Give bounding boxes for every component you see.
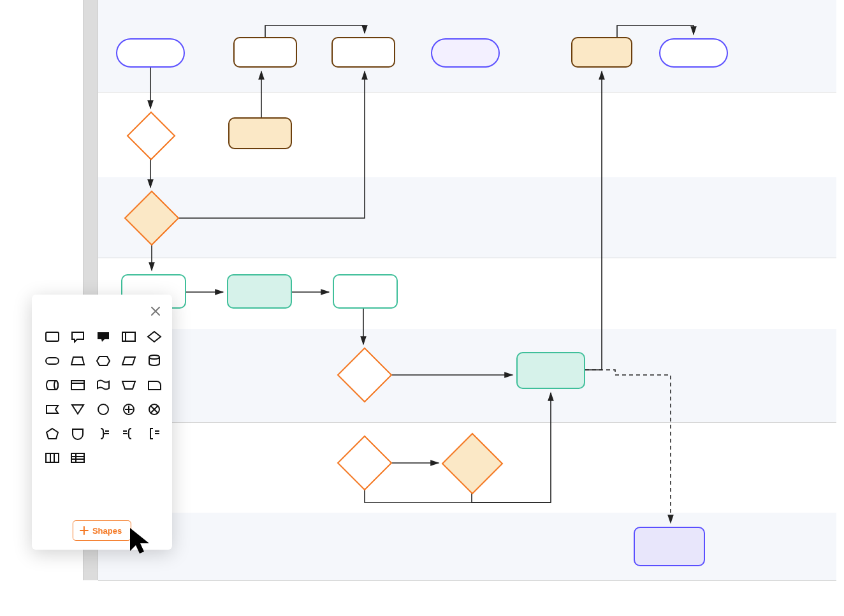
decision-diamond[interactable] xyxy=(338,348,391,402)
shape-triangle-down-icon[interactable] xyxy=(68,400,88,418)
shape-rectangle-icon[interactable] xyxy=(42,328,62,346)
svg-rect-31 xyxy=(71,453,84,462)
svg-rect-1 xyxy=(122,332,135,341)
shape-speech-bubble-icon[interactable] xyxy=(93,328,113,346)
svg-marker-13 xyxy=(72,405,84,414)
flow-node[interactable] xyxy=(571,37,632,68)
svg-point-14 xyxy=(98,404,108,414)
flow-node[interactable] xyxy=(233,37,297,68)
shape-browser-icon[interactable] xyxy=(68,376,88,394)
shape-cylinder-side-icon[interactable] xyxy=(42,376,62,394)
shape-trapezoid-alt-icon[interactable] xyxy=(119,376,139,394)
shape-brace-pair-icon[interactable] xyxy=(119,425,139,443)
svg-rect-10 xyxy=(71,381,84,390)
svg-point-8 xyxy=(149,355,159,359)
svg-marker-3 xyxy=(148,332,161,342)
add-shapes-button[interactable]: Shapes xyxy=(73,520,131,541)
shape-circle-slash-icon[interactable] xyxy=(144,400,164,418)
shape-circle-plus-icon[interactable] xyxy=(119,400,139,418)
shape-wedge-icon[interactable] xyxy=(42,400,62,418)
connector[interactable] xyxy=(585,370,671,523)
decision-diamond[interactable] xyxy=(442,434,502,494)
shape-tab-icon[interactable] xyxy=(144,376,164,394)
connector[interactable] xyxy=(365,490,551,502)
svg-marker-7 xyxy=(122,357,135,365)
shape-rectangle-striped-icon[interactable] xyxy=(119,328,139,346)
svg-rect-0 xyxy=(46,332,59,341)
shape-cylinder-icon[interactable] xyxy=(144,352,164,370)
connector[interactable] xyxy=(585,71,602,370)
flow-node[interactable] xyxy=(516,352,585,389)
flow-node[interactable] xyxy=(659,38,728,68)
flow-node[interactable] xyxy=(634,527,705,566)
svg-marker-5 xyxy=(71,357,84,365)
add-shapes-label: Shapes xyxy=(92,526,122,536)
svg-marker-21 xyxy=(47,429,58,439)
shape-table-cols-icon[interactable] xyxy=(42,449,62,467)
shape-circle-icon[interactable] xyxy=(93,400,113,418)
shape-diamond-icon[interactable] xyxy=(144,328,164,346)
shape-flag-icon[interactable] xyxy=(93,376,113,394)
flow-node[interactable] xyxy=(228,117,292,149)
connector[interactable] xyxy=(617,26,694,37)
flow-node[interactable] xyxy=(331,37,395,68)
shape-pentagon-icon[interactable] xyxy=(42,425,62,443)
shape-pill-icon[interactable] xyxy=(42,352,62,370)
decision-diamond[interactable] xyxy=(127,112,175,159)
flow-node[interactable] xyxy=(116,38,185,68)
plus-icon xyxy=(80,526,89,535)
shape-callout-icon[interactable] xyxy=(68,328,88,346)
shape-trapezoid-icon[interactable] xyxy=(68,352,88,370)
shape-parallelogram-icon[interactable] xyxy=(119,352,139,370)
decision-diamond[interactable] xyxy=(338,436,391,490)
svg-rect-28 xyxy=(46,453,59,462)
close-icon[interactable] xyxy=(148,304,163,319)
flow-node[interactable] xyxy=(431,38,500,68)
connector[interactable] xyxy=(265,26,365,37)
flow-node[interactable] xyxy=(227,274,292,309)
shapes-panel: Shapes xyxy=(32,295,172,550)
svg-point-9 xyxy=(54,381,58,390)
flow-node[interactable] xyxy=(333,274,398,309)
shape-shield-icon[interactable] xyxy=(68,425,88,443)
svg-marker-12 xyxy=(122,381,135,389)
svg-rect-4 xyxy=(46,358,59,364)
shape-brace-right-icon[interactable] xyxy=(93,425,113,443)
shape-bracket-left-icon[interactable] xyxy=(144,425,164,443)
decision-diamond[interactable] xyxy=(125,191,178,245)
shape-hexagon-icon[interactable] xyxy=(93,352,113,370)
shape-table-rows-icon[interactable] xyxy=(68,449,88,467)
svg-marker-6 xyxy=(97,356,110,365)
